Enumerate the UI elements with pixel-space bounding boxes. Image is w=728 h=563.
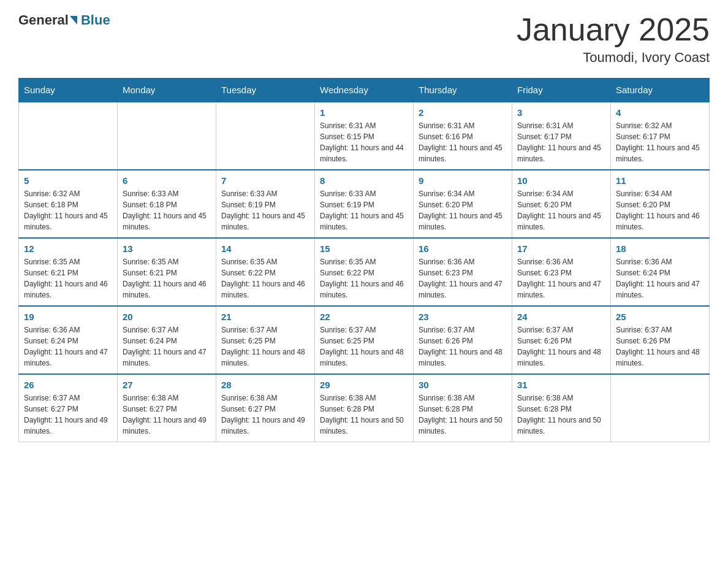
day-info: Sunrise: 6:35 AMSunset: 6:22 PMDaylight:… bbox=[320, 256, 408, 301]
day-number: 15 bbox=[320, 243, 408, 254]
day-info: Sunrise: 6:37 AMSunset: 6:25 PMDaylight:… bbox=[221, 324, 309, 369]
calendar-cell-0-0 bbox=[19, 102, 118, 170]
header-tuesday: Tuesday bbox=[216, 79, 315, 102]
day-number: 10 bbox=[517, 175, 605, 186]
calendar-cell-3-5: 24Sunrise: 6:37 AMSunset: 6:26 PMDayligh… bbox=[512, 306, 611, 374]
week-row-2: 5Sunrise: 6:32 AMSunset: 6:18 PMDaylight… bbox=[19, 170, 710, 238]
day-number: 4 bbox=[616, 107, 704, 118]
header-sunday: Sunday bbox=[19, 79, 118, 102]
logo-blue-text: Blue bbox=[81, 12, 110, 28]
day-number: 5 bbox=[24, 175, 112, 186]
calendar-cell-1-2: 7Sunrise: 6:33 AMSunset: 6:19 PMDaylight… bbox=[216, 170, 315, 238]
calendar-cell-1-1: 6Sunrise: 6:33 AMSunset: 6:18 PMDaylight… bbox=[118, 170, 216, 238]
day-info: Sunrise: 6:35 AMSunset: 6:22 PMDaylight:… bbox=[221, 256, 309, 301]
day-number: 21 bbox=[221, 312, 309, 322]
day-number: 7 bbox=[221, 175, 309, 186]
day-info: Sunrise: 6:38 AMSunset: 6:27 PMDaylight:… bbox=[123, 393, 211, 437]
day-info: Sunrise: 6:36 AMSunset: 6:24 PMDaylight:… bbox=[616, 256, 704, 301]
day-number: 1 bbox=[320, 107, 408, 118]
day-number: 31 bbox=[517, 380, 605, 390]
day-info: Sunrise: 6:33 AMSunset: 6:18 PMDaylight:… bbox=[123, 188, 211, 232]
day-number: 11 bbox=[616, 175, 704, 186]
calendar-cell-0-5: 3Sunrise: 6:31 AMSunset: 6:17 PMDaylight… bbox=[512, 102, 611, 170]
calendar-cell-2-4: 16Sunrise: 6:36 AMSunset: 6:23 PMDayligh… bbox=[414, 238, 512, 306]
calendar-cell-4-1: 27Sunrise: 6:38 AMSunset: 6:27 PMDayligh… bbox=[118, 374, 216, 442]
day-info: Sunrise: 6:31 AMSunset: 6:17 PMDaylight:… bbox=[517, 120, 605, 164]
day-number: 20 bbox=[123, 312, 211, 322]
calendar-cell-4-0: 26Sunrise: 6:37 AMSunset: 6:27 PMDayligh… bbox=[19, 374, 118, 442]
day-number: 3 bbox=[517, 107, 605, 118]
day-number: 25 bbox=[616, 312, 704, 322]
calendar-cell-2-2: 14Sunrise: 6:35 AMSunset: 6:22 PMDayligh… bbox=[216, 238, 315, 306]
logo: General Blue bbox=[18, 12, 110, 28]
calendar-cell-2-5: 17Sunrise: 6:36 AMSunset: 6:23 PMDayligh… bbox=[512, 238, 611, 306]
day-number: 14 bbox=[221, 243, 309, 254]
day-info: Sunrise: 6:37 AMSunset: 6:24 PMDaylight:… bbox=[123, 324, 211, 369]
day-info: Sunrise: 6:35 AMSunset: 6:21 PMDaylight:… bbox=[123, 256, 211, 301]
calendar-cell-0-3: 1Sunrise: 6:31 AMSunset: 6:15 PMDaylight… bbox=[315, 102, 414, 170]
calendar-cell-4-5: 31Sunrise: 6:38 AMSunset: 6:28 PMDayligh… bbox=[512, 374, 611, 442]
calendar-cell-0-1 bbox=[118, 102, 216, 170]
calendar-cell-3-2: 21Sunrise: 6:37 AMSunset: 6:25 PMDayligh… bbox=[216, 306, 315, 374]
day-info: Sunrise: 6:31 AMSunset: 6:16 PMDaylight:… bbox=[419, 120, 507, 164]
day-number: 30 bbox=[419, 380, 507, 390]
day-number: 13 bbox=[123, 243, 211, 254]
calendar-cell-2-6: 18Sunrise: 6:36 AMSunset: 6:24 PMDayligh… bbox=[611, 238, 710, 306]
header-saturday: Saturday bbox=[611, 79, 710, 102]
day-number: 24 bbox=[517, 312, 605, 322]
day-info: Sunrise: 6:38 AMSunset: 6:27 PMDaylight:… bbox=[221, 393, 309, 437]
logo-general-text: General bbox=[18, 12, 69, 28]
day-number: 19 bbox=[24, 312, 112, 322]
day-info: Sunrise: 6:38 AMSunset: 6:28 PMDaylight:… bbox=[517, 393, 605, 437]
day-info: Sunrise: 6:32 AMSunset: 6:18 PMDaylight:… bbox=[24, 188, 112, 232]
calendar-cell-4-3: 29Sunrise: 6:38 AMSunset: 6:28 PMDayligh… bbox=[315, 374, 414, 442]
calendar-cell-2-1: 13Sunrise: 6:35 AMSunset: 6:21 PMDayligh… bbox=[118, 238, 216, 306]
week-row-5: 26Sunrise: 6:37 AMSunset: 6:27 PMDayligh… bbox=[19, 374, 710, 442]
day-info: Sunrise: 6:37 AMSunset: 6:26 PMDaylight:… bbox=[517, 324, 605, 369]
calendar-cell-0-2 bbox=[216, 102, 315, 170]
day-number: 27 bbox=[123, 380, 211, 390]
day-info: Sunrise: 6:36 AMSunset: 6:24 PMDaylight:… bbox=[24, 324, 112, 369]
day-number: 26 bbox=[24, 380, 112, 390]
calendar-cell-0-4: 2Sunrise: 6:31 AMSunset: 6:16 PMDaylight… bbox=[414, 102, 512, 170]
header-wednesday: Wednesday bbox=[315, 79, 414, 102]
calendar-cell-1-0: 5Sunrise: 6:32 AMSunset: 6:18 PMDaylight… bbox=[19, 170, 118, 238]
calendar-cell-4-4: 30Sunrise: 6:38 AMSunset: 6:28 PMDayligh… bbox=[414, 374, 512, 442]
day-info: Sunrise: 6:37 AMSunset: 6:26 PMDaylight:… bbox=[419, 324, 507, 369]
day-number: 12 bbox=[24, 243, 112, 254]
day-info: Sunrise: 6:31 AMSunset: 6:15 PMDaylight:… bbox=[320, 120, 408, 164]
calendar-cell-3-6: 25Sunrise: 6:37 AMSunset: 6:26 PMDayligh… bbox=[611, 306, 710, 374]
calendar-cell-1-3: 8Sunrise: 6:33 AMSunset: 6:19 PMDaylight… bbox=[315, 170, 414, 238]
day-number: 29 bbox=[320, 380, 408, 390]
calendar-cell-4-2: 28Sunrise: 6:38 AMSunset: 6:27 PMDayligh… bbox=[216, 374, 315, 442]
month-title: January 2025 bbox=[517, 12, 710, 47]
week-row-1: 1Sunrise: 6:31 AMSunset: 6:15 PMDaylight… bbox=[19, 102, 710, 170]
day-info: Sunrise: 6:34 AMSunset: 6:20 PMDaylight:… bbox=[616, 188, 704, 232]
calendar-cell-2-0: 12Sunrise: 6:35 AMSunset: 6:21 PMDayligh… bbox=[19, 238, 118, 306]
header-monday: Monday bbox=[118, 79, 216, 102]
week-row-4: 19Sunrise: 6:36 AMSunset: 6:24 PMDayligh… bbox=[19, 306, 710, 374]
day-info: Sunrise: 6:36 AMSunset: 6:23 PMDaylight:… bbox=[517, 256, 605, 301]
day-number: 18 bbox=[616, 243, 704, 254]
day-number: 6 bbox=[123, 175, 211, 186]
calendar-cell-4-6 bbox=[611, 374, 710, 442]
calendar-cell-2-3: 15Sunrise: 6:35 AMSunset: 6:22 PMDayligh… bbox=[315, 238, 414, 306]
day-info: Sunrise: 6:33 AMSunset: 6:19 PMDaylight:… bbox=[221, 188, 309, 232]
calendar-cell-1-5: 10Sunrise: 6:34 AMSunset: 6:20 PMDayligh… bbox=[512, 170, 611, 238]
day-number: 9 bbox=[419, 175, 507, 186]
day-number: 8 bbox=[320, 175, 408, 186]
day-number: 16 bbox=[419, 243, 507, 254]
day-info: Sunrise: 6:33 AMSunset: 6:19 PMDaylight:… bbox=[320, 188, 408, 232]
title-block: January 2025 Toumodi, Ivory Coast bbox=[517, 12, 710, 66]
day-number: 2 bbox=[419, 107, 507, 118]
day-info: Sunrise: 6:37 AMSunset: 6:25 PMDaylight:… bbox=[320, 324, 408, 369]
day-info: Sunrise: 6:35 AMSunset: 6:21 PMDaylight:… bbox=[24, 256, 112, 301]
day-info: Sunrise: 6:38 AMSunset: 6:28 PMDaylight:… bbox=[419, 393, 507, 437]
calendar-cell-3-3: 22Sunrise: 6:37 AMSunset: 6:25 PMDayligh… bbox=[315, 306, 414, 374]
calendar-cell-3-4: 23Sunrise: 6:37 AMSunset: 6:26 PMDayligh… bbox=[414, 306, 512, 374]
calendar-cell-1-4: 9Sunrise: 6:34 AMSunset: 6:20 PMDaylight… bbox=[414, 170, 512, 238]
header-friday: Friday bbox=[512, 79, 611, 102]
day-number: 28 bbox=[221, 380, 309, 390]
logo-arrow-icon bbox=[70, 16, 77, 25]
calendar-cell-1-6: 11Sunrise: 6:34 AMSunset: 6:20 PMDayligh… bbox=[611, 170, 710, 238]
